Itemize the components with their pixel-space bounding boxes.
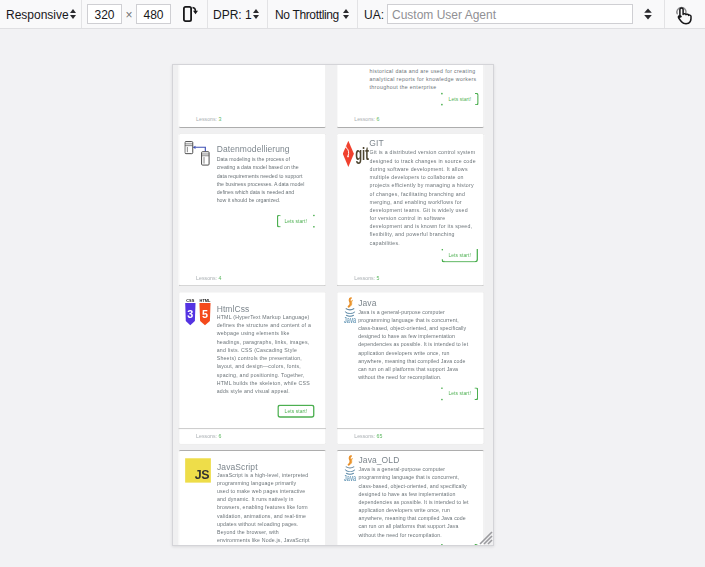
svg-text:git: git [355, 143, 369, 164]
svg-text:3: 3 [187, 308, 193, 320]
svg-text:CSS: CSS [186, 298, 194, 303]
svg-text:Java: Java [344, 315, 357, 325]
svg-text:5: 5 [202, 308, 208, 320]
svg-text:Java: Java [344, 473, 357, 483]
svg-text:HTML: HTML [200, 298, 211, 303]
